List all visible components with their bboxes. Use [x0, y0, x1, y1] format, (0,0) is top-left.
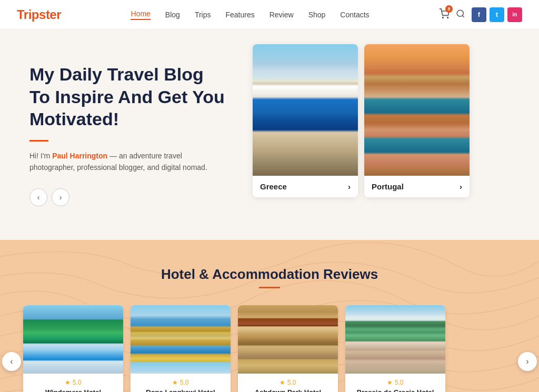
- greece-name: Greece: [260, 182, 287, 191]
- hero-divider: [29, 140, 48, 142]
- hotel-image-1: [23, 305, 123, 374]
- hotel-info-1: ★ 5.0 Windemere Hotel: [23, 374, 123, 392]
- next-slide-button[interactable]: ›: [52, 188, 69, 206]
- twitter-button[interactable]: t: [490, 7, 504, 22]
- nav-features[interactable]: Features: [225, 11, 254, 19]
- destination-card-portugal[interactable]: Portugal ›: [364, 44, 470, 197]
- hotel-card-1[interactable]: ★ 5.0 Windemere Hotel: [23, 305, 123, 392]
- hotel-card-3[interactable]: ★ 5.0 Ashdown Park Hotel: [238, 305, 338, 392]
- svg-point-1: [447, 17, 448, 18]
- hotel-name-1: Windemere Hotel: [29, 388, 117, 392]
- nav-contacts[interactable]: Contacts: [340, 11, 369, 19]
- destination-cards: Greece › Portugal ›: [253, 29, 486, 240]
- logo[interactable]: Tripster: [17, 7, 61, 22]
- hotel-image-2: [131, 305, 231, 374]
- portugal-name: Portugal: [372, 182, 404, 191]
- nav-review[interactable]: Review: [270, 11, 294, 19]
- header-actions: 8 f t in: [439, 7, 522, 22]
- hero-description: Hi! I'm Paul Harrington — an adventure t…: [29, 150, 227, 174]
- hotel-cards-container: ★ 5.0 Windemere Hotel ★ 5.0 Dona Langkaw…: [0, 305, 539, 392]
- search-icon: [456, 9, 465, 18]
- prev-slide-button[interactable]: ‹: [29, 188, 47, 206]
- svg-point-0: [443, 17, 444, 18]
- hotel-image-4: [345, 305, 445, 374]
- hero-section: My Daily Travel Blog To Inspire And Get …: [0, 29, 539, 240]
- hero-text-block: My Daily Travel Blog To Inspire And Get …: [0, 29, 253, 240]
- search-button[interactable]: [456, 9, 465, 21]
- hotel-info-2: ★ 5.0 Dona Langkawi Hotel: [131, 374, 231, 392]
- header: Tripster Home Blog Trips Features Review…: [0, 0, 539, 29]
- main-nav: Home Blog Trips Features Review Shop Con…: [131, 9, 369, 20]
- hotel-stars-2: ★ 5.0: [137, 379, 224, 386]
- hotel-cards-wrapper: ‹ ★ 5.0 Windemere Hotel ★ 5.0 Dona Langk…: [0, 305, 539, 392]
- reviews-underline: [259, 287, 280, 288]
- destination-card-greece[interactable]: Greece ›: [253, 44, 358, 197]
- facebook-button[interactable]: f: [472, 7, 486, 22]
- nav-blog[interactable]: Blog: [165, 11, 180, 19]
- social-links: f t in: [472, 7, 522, 22]
- carousel-next-button[interactable]: ›: [518, 352, 537, 371]
- instagram-button[interactable]: in: [507, 7, 522, 22]
- hotel-stars-4: ★ 5.0: [352, 379, 439, 386]
- svg-point-2: [457, 10, 463, 16]
- hero-title: My Daily Travel Blog To Inspire And Get …: [29, 63, 227, 130]
- portugal-label: Portugal ›: [364, 176, 470, 197]
- carousel-prev-button[interactable]: ‹: [2, 352, 21, 371]
- nav-trips[interactable]: Trips: [195, 11, 211, 19]
- hotel-card-2[interactable]: ★ 5.0 Dona Langkawi Hotel: [131, 305, 231, 392]
- hotel-name-4: Brassio de Gracia Hotel: [352, 388, 439, 392]
- hotel-stars-1: ★ 5.0: [29, 379, 117, 386]
- nav-home[interactable]: Home: [131, 9, 150, 20]
- nav-shop[interactable]: Shop: [308, 11, 326, 19]
- cart-button[interactable]: 8: [439, 8, 450, 21]
- reviews-title: Hotel & Accommodation Reviews: [0, 266, 539, 283]
- reviews-section: Hotel & Accommodation Reviews ‹ ★ 5.0 Wi…: [0, 240, 539, 392]
- hotel-info-4: ★ 5.0 Brassio de Gracia Hotel: [345, 374, 445, 392]
- cart-badge: 8: [445, 5, 453, 13]
- hotel-name-2: Dona Langkawi Hotel: [137, 388, 224, 392]
- greece-label: Greece ›: [253, 176, 358, 197]
- hotel-stars-3: ★ 5.0: [244, 379, 332, 386]
- svg-line-3: [462, 15, 464, 17]
- hotel-card-4[interactable]: ★ 5.0 Brassio de Gracia Hotel: [345, 305, 445, 392]
- hotel-name-3: Ashdown Park Hotel: [244, 388, 332, 392]
- author-name: Paul Harrington: [52, 152, 107, 160]
- portugal-arrow-icon: ›: [460, 182, 462, 191]
- logo-text: Tripster: [17, 7, 61, 22]
- greece-arrow-icon: ›: [348, 182, 351, 191]
- hotel-info-3: ★ 5.0 Ashdown Park Hotel: [238, 374, 338, 392]
- hero-navigation: ‹ ›: [29, 188, 227, 206]
- hotel-image-3: [238, 305, 338, 374]
